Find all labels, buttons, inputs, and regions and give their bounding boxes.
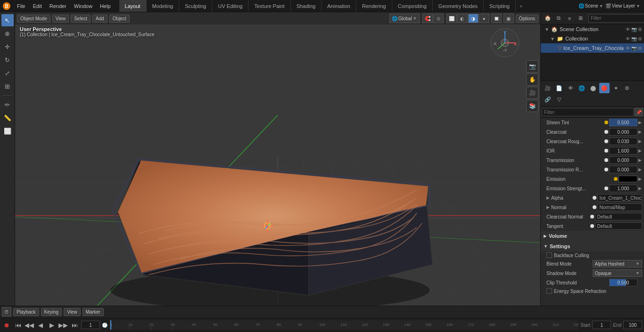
prop-value-transr[interactable]: 0.000 xyxy=(609,166,637,173)
panel-icon-scene[interactable]: 🏠 xyxy=(543,13,553,24)
tab-geometry-nodes[interactable]: Geometry Nodes xyxy=(433,0,484,12)
prop-dot-transr[interactable] xyxy=(604,168,608,171)
tab-shading[interactable]: Shading xyxy=(291,0,322,12)
tab-rendering[interactable]: Rendering xyxy=(356,0,392,12)
prop-blend-mode-dropdown[interactable]: Alpha Hashed ▼ xyxy=(593,260,643,267)
xray-btn[interactable]: ▣ xyxy=(504,14,514,23)
viewport-render-btn[interactable]: 🎥 xyxy=(526,87,538,99)
timeline-mode-icon[interactable]: ⏱ xyxy=(2,307,11,316)
options-btn[interactable]: Options xyxy=(516,15,538,23)
tab-layout[interactable]: Layout xyxy=(119,0,147,12)
prop-constraints-icon[interactable]: 🔗 xyxy=(543,94,553,105)
timeline-play[interactable]: ▶ xyxy=(47,322,57,329)
viewport-select-menu[interactable]: Select xyxy=(71,15,91,23)
timeline-frame-clock[interactable]: 🕐 xyxy=(102,323,107,328)
prop-world-icon[interactable]: ⬤ xyxy=(588,83,598,93)
prop-clip-threshold-slider[interactable]: 0.500 xyxy=(609,279,637,286)
tab-modeling[interactable]: Modeling xyxy=(147,0,180,12)
prop-volume-section[interactable]: ▶ Volume xyxy=(541,231,644,241)
menu-window[interactable]: Window xyxy=(70,0,96,12)
proportional-edit[interactable]: ⊙ xyxy=(433,14,444,23)
outliner-collection-eye[interactable]: 👁 xyxy=(626,36,630,41)
shading-lookdev[interactable]: ◑ xyxy=(468,14,479,23)
tool-add-cube[interactable]: ⬜ xyxy=(1,125,14,137)
navigation-widget[interactable]: Y X -Y -X xyxy=(488,26,521,59)
outliner-scene-collection[interactable]: ▼ 🏠 Scene Collection 👁 📷 ⚙ xyxy=(541,24,644,34)
prop-expand-sheen[interactable]: ▶ xyxy=(638,120,642,125)
properties-search-input[interactable] xyxy=(542,108,634,116)
tool-rotate[interactable]: ↻ xyxy=(1,54,14,66)
timeline-play-reverse[interactable]: ◀ xyxy=(36,322,45,329)
prop-value-tangent[interactable]: Default xyxy=(595,222,643,230)
viewport-pan-btn[interactable]: ✋ xyxy=(526,73,538,86)
prop-value-clr[interactable]: 0.030 xyxy=(609,138,637,145)
prop-value-alpha[interactable]: Ice_Cream_1_Choc... xyxy=(597,194,643,202)
timeline-ruler[interactable]: 1 10 20 30 40 50 60 70 80 90 100 110 120… xyxy=(109,320,578,330)
timeline-frame-input[interactable]: 1 xyxy=(81,321,100,329)
prop-dot-normal[interactable] xyxy=(593,205,596,209)
prop-shadow-mode-dropdown[interactable]: Opaque ▼ xyxy=(593,269,643,277)
tool-scale[interactable]: ⤢ xyxy=(1,67,14,79)
prop-dot-trans[interactable] xyxy=(604,158,608,162)
viewport-3d[interactable]: Object Mode View Select Add Object 🌐 Glo… xyxy=(15,12,540,306)
shading-solid[interactable]: ◐ xyxy=(457,14,468,23)
outliner-object[interactable]: ▽ Ice_Cream_Tray_Chocola 👁 📷 ⚙ xyxy=(541,43,644,53)
prop-value-clearcoat[interactable]: 0.000 xyxy=(609,128,637,136)
prop-dot-tangent[interactable] xyxy=(590,224,594,228)
tab-texture-paint[interactable]: Texture Paint xyxy=(248,0,290,12)
tool-cursor[interactable]: ⊕ xyxy=(1,27,14,40)
menu-file[interactable]: File xyxy=(13,0,29,12)
prop-value-normal[interactable]: Normal/Map xyxy=(597,203,643,211)
prop-view-icon[interactable]: 👁 xyxy=(565,83,576,93)
prop-dot-ior[interactable] xyxy=(604,149,608,153)
prop-physics-icon[interactable]: ⚙ xyxy=(622,83,632,93)
prop-output-icon[interactable]: 📄 xyxy=(554,83,564,93)
timeline-keying-menu[interactable]: Keying xyxy=(41,308,62,316)
prop-render-icon[interactable]: 🎥 xyxy=(543,83,553,93)
prop-dot-clr[interactable] xyxy=(604,139,608,143)
prop-emission-color[interactable] xyxy=(619,176,637,182)
menu-render[interactable]: Render xyxy=(46,0,70,12)
prop-dot-emission[interactable] xyxy=(614,177,618,181)
tool-select[interactable]: ↖ xyxy=(1,14,14,26)
timeline-jump-start[interactable]: ⏮ xyxy=(13,322,23,329)
prop-value-emstr[interactable]: 1.000 xyxy=(609,185,637,192)
tab-scripting[interactable]: Scripting xyxy=(484,0,516,12)
outliner-object-render[interactable]: ⚙ xyxy=(638,46,642,51)
tab-sculpting[interactable]: Sculpting xyxy=(179,0,212,12)
prop-ssr-checkbox[interactable] xyxy=(546,288,552,294)
timeline-jump-end[interactable]: ⏭ xyxy=(70,322,79,329)
timeline-marker-menu[interactable]: Marker xyxy=(83,308,104,316)
tool-move[interactable]: ✛ xyxy=(1,40,14,53)
prop-particles-icon[interactable]: ✦ xyxy=(611,83,621,93)
prop-dot-sheen-tint[interactable] xyxy=(604,121,608,124)
object-mode-dropdown[interactable]: Object Mode xyxy=(17,15,50,23)
prop-alpha-expand[interactable]: ▶ xyxy=(546,195,550,200)
shading-rendered[interactable]: ● xyxy=(479,14,489,23)
prop-dot-alpha[interactable] xyxy=(593,196,596,200)
panel-icon-copy[interactable]: ⧉ xyxy=(553,13,564,24)
prop-expand-clearcoat[interactable]: ▶ xyxy=(638,130,642,134)
viewport-camera-btn[interactable]: 📷 xyxy=(526,60,538,73)
outliner-search[interactable] xyxy=(588,14,644,23)
menu-help[interactable]: Help xyxy=(96,0,115,12)
tab-animation[interactable]: Animation xyxy=(322,0,356,12)
outliner-eye-icon[interactable]: 👁 xyxy=(626,27,630,32)
tab-compositing[interactable]: Compositing xyxy=(392,0,433,12)
prop-data-icon[interactable]: ▽ xyxy=(554,94,564,105)
tool-transform[interactable]: ⊞ xyxy=(1,80,14,92)
timeline-next-frame[interactable]: ▶▶ xyxy=(58,322,68,329)
outliner-collection[interactable]: ▼ 📁 Collection 👁 📷 ⚙ xyxy=(541,34,644,43)
panel-icon-filter[interactable]: ≡ xyxy=(564,13,575,24)
timeline-start-frame[interactable]: 1 xyxy=(592,321,611,329)
timeline-prev-frame[interactable]: ◀◀ xyxy=(25,322,34,329)
prop-settings-section[interactable]: ▼ Settings xyxy=(541,241,644,251)
prop-dot-emstr[interactable] xyxy=(604,186,608,190)
prop-backface-checkbox[interactable] xyxy=(546,252,552,258)
timeline-playback-menu[interactable]: Playback xyxy=(13,308,39,316)
outliner-collection-render[interactable]: ⚙ xyxy=(638,36,642,41)
prop-value-clrnorm[interactable]: Default xyxy=(595,213,643,220)
outliner-camera-icon[interactable]: 📷 xyxy=(631,27,637,32)
overlay-btn[interactable]: 🔲 xyxy=(491,14,502,23)
snap-btn[interactable]: 🧲 xyxy=(422,14,433,23)
